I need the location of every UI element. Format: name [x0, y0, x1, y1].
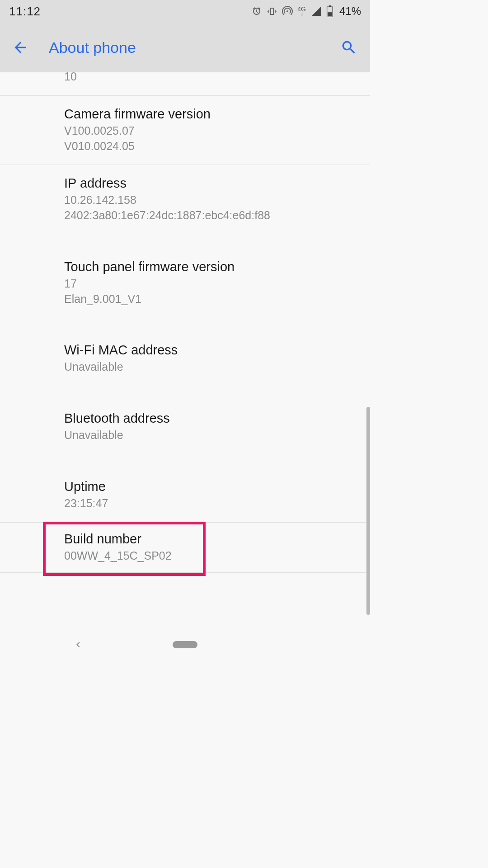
- nav-home-pill[interactable]: [173, 641, 197, 648]
- chevron-left-icon: [72, 639, 83, 650]
- item-value-line: 10.26.142.158: [64, 193, 361, 208]
- status-bar: 11:12 4G ↓↑ 41%: [0, 0, 370, 23]
- settings-list: Android version 10 Camera firmware versi…: [0, 72, 370, 573]
- hotspot-icon: [282, 6, 293, 17]
- navigation-bar: [0, 631, 370, 658]
- item-title: Touch panel firmware version: [64, 259, 361, 274]
- scrollbar-thumb[interactable]: [366, 407, 370, 615]
- item-value-line: 17: [64, 276, 361, 292]
- search-icon: [340, 39, 357, 56]
- nav-back-button[interactable]: [72, 639, 83, 652]
- search-button[interactable]: [338, 36, 360, 59]
- item-value: 00WW_4_15C_SP02: [64, 548, 361, 564]
- item-android-version[interactable]: Android version 10: [0, 72, 370, 95]
- svg-rect-1: [329, 5, 331, 7]
- page-title: About phone: [49, 39, 338, 57]
- battery-icon: [327, 5, 333, 17]
- item-title: Wi-Fi MAC address: [64, 343, 361, 358]
- item-camera-firmware[interactable]: Camera firmware version V100.0025.07 V01…: [0, 96, 370, 165]
- item-title: Uptime: [64, 479, 361, 494]
- section-build: Build number 00WW_4_15C_SP02: [0, 523, 370, 573]
- item-ip-address[interactable]: IP address 10.26.142.158 2402:3a80:1e67:…: [0, 165, 370, 234]
- section-camera-fw: Camera firmware version V100.0025.07 V01…: [0, 96, 370, 165]
- item-bluetooth-address[interactable]: Bluetooth address Unavailable: [0, 400, 370, 454]
- signal-icon: [310, 5, 322, 17]
- section-network-info: IP address 10.26.142.158 2402:3a80:1e67:…: [0, 165, 370, 522]
- arrow-back-icon: [12, 39, 29, 56]
- svg-rect-2: [328, 12, 332, 16]
- item-value: Unavailable: [64, 359, 361, 375]
- item-value: Unavailable: [64, 428, 361, 443]
- item-touch-firmware[interactable]: Touch panel firmware version 17 Elan_9.0…: [0, 249, 370, 318]
- app-bar: About phone: [0, 23, 370, 72]
- status-icons: 4G ↓↑ 41%: [251, 5, 361, 18]
- item-value-line: V100.0025.07: [64, 123, 361, 139]
- section-android-version: Android version 10: [0, 72, 370, 96]
- item-value-line: 2402:3a80:1e67:24dc:1887:ebc4:e6d:f88: [64, 208, 361, 223]
- alarm-icon: [251, 6, 262, 17]
- item-value-line: V010.0024.05: [64, 139, 361, 154]
- item-wifi-mac[interactable]: Wi-Fi MAC address Unavailable: [0, 332, 370, 386]
- item-title: Camera firmware version: [64, 107, 361, 122]
- network-4g-icon: 4G ↓↑: [297, 6, 306, 17]
- item-title: Build number: [64, 532, 361, 547]
- back-button[interactable]: [5, 32, 36, 63]
- content-viewport[interactable]: Android version 10 Camera firmware versi…: [0, 72, 370, 631]
- item-title: Bluetooth address: [64, 411, 361, 426]
- item-title: IP address: [64, 176, 361, 191]
- battery-percent: 41%: [339, 5, 361, 18]
- item-uptime[interactable]: Uptime 23:15:47: [0, 468, 370, 522]
- item-value: 10: [64, 72, 361, 85]
- item-value: 23:15:47: [64, 496, 361, 511]
- item-value-line: Elan_9.001_V1: [64, 292, 361, 307]
- vibrate-icon: [267, 6, 277, 17]
- item-build-number[interactable]: Build number 00WW_4_15C_SP02: [0, 523, 370, 573]
- status-time: 11:12: [9, 5, 41, 19]
